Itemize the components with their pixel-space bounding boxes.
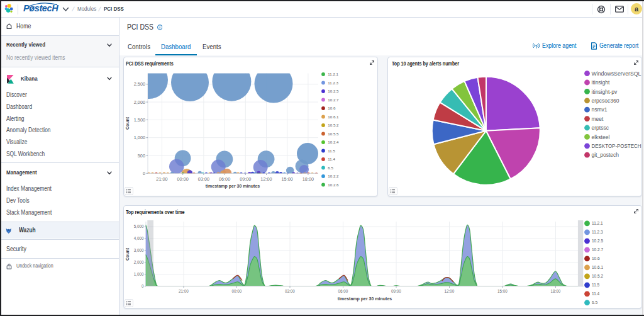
svg-text:6.5: 6.5 <box>592 300 597 305</box>
svg-text:10.2.4: 10.2.4 <box>328 140 339 144</box>
svg-text:nsmv1: nsmv1 <box>592 106 608 113</box>
svg-text:0: 0 <box>143 171 145 176</box>
svg-text:0: 0 <box>142 284 144 288</box>
svg-text:12:00: 12:00 <box>260 176 272 182</box>
svg-text:itinsight: itinsight <box>592 79 610 86</box>
svg-text:meet: meet <box>592 116 604 122</box>
svg-text:11.2.1: 11.2.1 <box>328 72 338 76</box>
svg-text:1,500: 1,500 <box>134 117 145 123</box>
svg-text:5,000: 5,000 <box>134 224 144 229</box>
svg-text:1,000: 1,000 <box>134 135 145 140</box>
svg-text:10.5.2: 10.5.2 <box>592 274 603 278</box>
svg-text:10.2.7: 10.2.7 <box>592 247 603 252</box>
svg-text:10.2.5: 10.2.5 <box>592 239 603 243</box>
svg-text:11.2.1: 11.2.1 <box>592 221 603 225</box>
svg-text:09:00: 09:00 <box>391 289 401 293</box>
svg-text:11.4: 11.4 <box>592 291 600 296</box>
svg-text:10.6: 10.6 <box>328 106 336 110</box>
svg-text:10.6.1: 10.6.1 <box>328 115 339 119</box>
svg-text:2,000: 2,000 <box>134 99 145 105</box>
svg-text:timestamp per 30 minutes: timestamp per 30 minutes <box>338 296 392 302</box>
svg-text:WindowsServerSQL: WindowsServerSQL <box>592 71 641 77</box>
svg-text:03:00: 03:00 <box>285 289 295 293</box>
svg-text:10.2.2: 10.2.2 <box>328 174 339 178</box>
svg-text:06:00: 06:00 <box>338 289 348 293</box>
svg-text:12:00: 12:00 <box>445 289 455 293</box>
svg-text:DESKTOP-POSTECH: DESKTOP-POSTECH <box>592 143 641 149</box>
svg-text:4,000: 4,000 <box>134 236 144 240</box>
svg-text:03:00: 03:00 <box>198 176 209 182</box>
svg-text:15:00: 15:00 <box>282 176 293 182</box>
svg-text:11.4: 11.4 <box>328 157 335 161</box>
svg-text:21:00: 21:00 <box>179 289 189 293</box>
svg-text:git_postech: git_postech <box>592 152 619 158</box>
svg-text:itinsight-pv: itinsight-pv <box>592 89 618 95</box>
svg-text:10.2.6: 10.2.6 <box>328 183 339 187</box>
svg-text:11.2.3: 11.2.3 <box>328 81 338 85</box>
svg-text:10.5.5: 10.5.5 <box>328 132 339 136</box>
svg-text:500: 500 <box>138 153 145 159</box>
svg-text:erptssc: erptssc <box>592 125 609 131</box>
svg-text:10.2.5: 10.2.5 <box>328 89 339 93</box>
svg-text:timestamp per 30 minutes: timestamp per 30 minutes <box>206 184 260 189</box>
svg-text:1,000: 1,000 <box>134 272 144 276</box>
svg-text:00:00: 00:00 <box>232 289 242 293</box>
svg-text:6.5: 6.5 <box>328 166 333 170</box>
svg-text:Count: Count <box>125 247 130 261</box>
svg-text:elksteel: elksteel <box>592 134 610 140</box>
svg-text:11.2.3: 11.2.3 <box>592 230 603 234</box>
svg-text:11.5: 11.5 <box>328 149 335 153</box>
svg-text:2,000: 2,000 <box>134 260 144 264</box>
svg-text:3,000: 3,000 <box>134 248 144 252</box>
svg-text:18:00: 18:00 <box>551 289 561 293</box>
svg-text:erpcsoc360: erpcsoc360 <box>592 98 619 104</box>
svg-text:10.6.1: 10.6.1 <box>592 265 603 269</box>
svg-text:2,500: 2,500 <box>134 81 145 87</box>
svg-text:00:00: 00:00 <box>177 176 189 182</box>
svg-text:18:00: 18:00 <box>303 176 314 182</box>
svg-text:21:00: 21:00 <box>156 176 167 182</box>
svg-text:11.5: 11.5 <box>592 283 600 287</box>
svg-text:06:00: 06:00 <box>219 176 230 182</box>
svg-text:09:00: 09:00 <box>240 176 251 182</box>
svg-text:10.6: 10.6 <box>592 256 600 261</box>
svg-text:15:00: 15:00 <box>497 289 508 293</box>
svg-text:10.5.2: 10.5.2 <box>328 123 339 127</box>
svg-text:Count: Count <box>125 116 130 130</box>
svg-text:10.2.7: 10.2.7 <box>328 98 339 102</box>
